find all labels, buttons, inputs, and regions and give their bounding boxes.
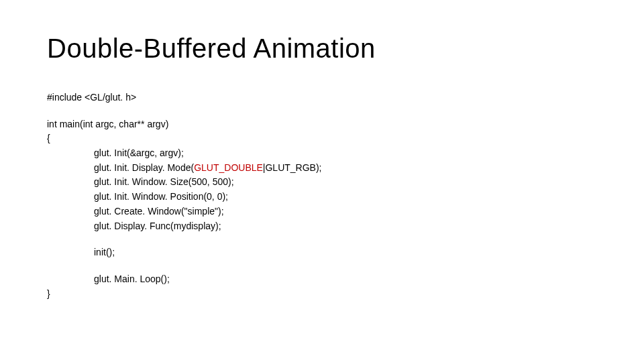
code-line-4: glut. Init. Window. Position(0, 0); [47,190,597,204]
code-l2-highlight: GLUT_DOUBLE [194,162,263,173]
code-block: #include <GL/glut. h> int main(int argc,… [47,90,597,301]
code-line-3: glut. Init. Window. Size(500, 500); [47,175,597,190]
code-line-include: #include <GL/glut. h> [47,90,597,105]
code-line-main-sig: int main(int argc, char** argv) [47,117,597,132]
slide-title: Double-Buffered Animation [47,34,597,64]
blank-line [47,105,597,117]
blank-line [47,233,597,245]
code-l2-prefix: glut. Init. Display. Mode( [94,162,194,173]
code-line-close-brace: } [47,287,597,302]
blank-line [47,260,597,272]
code-line-open-brace: { [47,131,597,146]
code-l2-suffix: |GLUT_RGB); [263,162,322,173]
code-line-1: glut. Init(&argc, argv); [47,146,597,161]
code-line-2: glut. Init. Display. Mode(GLUT_DOUBLE|GL… [47,161,597,176]
code-line-6: glut. Display. Func(mydisplay); [47,219,597,234]
slide: Double-Buffered Animation #include <GL/g… [0,0,644,362]
code-line-7: init(); [47,245,597,260]
code-line-8: glut. Main. Loop(); [47,272,597,287]
code-line-5: glut. Create. Window("simple"); [47,204,597,219]
